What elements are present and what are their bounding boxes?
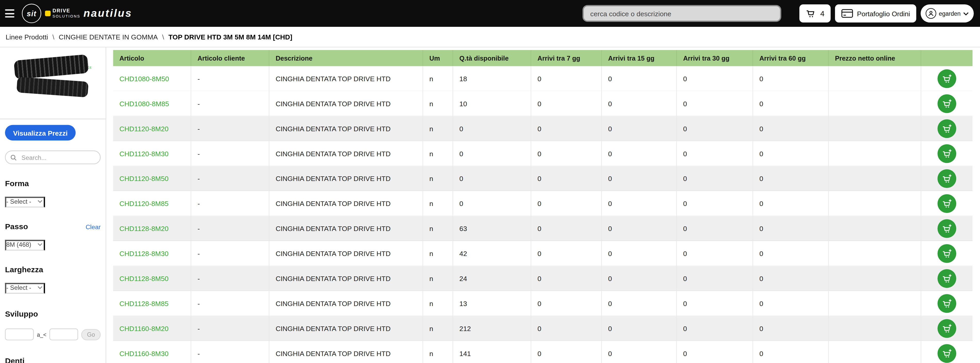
- article-code-link[interactable]: CHD1080-8M85: [113, 91, 191, 116]
- cell-articolo-cliente: -: [191, 91, 269, 116]
- article-code-link[interactable]: CHD1080-8M50: [113, 66, 191, 91]
- column-header: Arrivi tra 30 gg: [677, 50, 753, 66]
- article-code-link[interactable]: CHD1160-8M30: [113, 341, 191, 363]
- sviluppo-to-input[interactable]: [49, 328, 78, 340]
- cell-articolo-cliente: -: [191, 291, 269, 316]
- cell-prezzo-netto: [829, 341, 921, 363]
- cell-arrivi-30gg: 0: [677, 341, 753, 363]
- cell-prezzo-netto: [829, 91, 921, 116]
- article-code-link[interactable]: CHD1160-8M20: [113, 316, 191, 341]
- cell-qta-disponibile: 0: [453, 141, 531, 166]
- add-to-cart-button[interactable]: [937, 319, 956, 338]
- cell-arrivi-15gg: 0: [602, 66, 677, 91]
- article-code-link[interactable]: CHD1128-8M50: [113, 266, 191, 291]
- wallet-icon: [842, 9, 853, 18]
- cell-arrivi-15gg: 0: [602, 116, 677, 141]
- add-to-cart-button[interactable]: [937, 269, 956, 288]
- filter-section-larghezza: Larghezza: [5, 265, 101, 274]
- cell-articolo-cliente: -: [191, 141, 269, 166]
- cell-arrivi-30gg: 0: [677, 241, 753, 266]
- cell-prezzo-netto: [829, 191, 921, 216]
- filter-section-sviluppo: Sviluppo: [5, 310, 101, 319]
- sit-logo[interactable]: sit: [22, 4, 41, 23]
- add-to-cart-button[interactable]: [937, 219, 956, 238]
- sviluppo-from-input[interactable]: [5, 328, 33, 340]
- cell-descrizione: CINGHIA DENTATA TOP DRIVE HTD: [269, 191, 423, 216]
- article-code-link[interactable]: CHD1120-8M30: [113, 141, 191, 166]
- add-to-cart-button[interactable]: [937, 94, 956, 113]
- article-code-link[interactable]: CHD1120-8M50: [113, 166, 191, 191]
- cell-arrivi-15gg: 0: [602, 341, 677, 363]
- article-code-link[interactable]: CHD1120-8M20: [113, 116, 191, 141]
- view-prices-button[interactable]: Visualizza Prezzi: [5, 125, 76, 141]
- add-to-cart-button[interactable]: [937, 344, 956, 363]
- filter-section-forma: Forma: [5, 179, 101, 188]
- cell-arrivi-7gg: 0: [531, 316, 602, 341]
- add-to-cart-button[interactable]: [937, 294, 956, 313]
- cell-qta-disponibile: 141: [453, 341, 531, 363]
- cell-arrivi-30gg: 0: [677, 191, 753, 216]
- menu-icon[interactable]: [5, 9, 14, 17]
- add-to-cart-icon: [942, 98, 952, 109]
- article-code-link[interactable]: CHD1120-8M85: [113, 191, 191, 216]
- cart-icon: [806, 8, 816, 19]
- cell-descrizione: CINGHIA DENTATA TOP DRIVE HTD: [269, 116, 423, 141]
- table-row: CHD1120-8M20-CINGHIA DENTATA TOP DRIVE H…: [113, 116, 972, 141]
- add-to-cart-button[interactable]: [937, 144, 956, 163]
- article-code-link[interactable]: CHD1128-8M30: [113, 241, 191, 266]
- cell-arrivi-60gg: 0: [753, 141, 829, 166]
- larghezza-select-value: - Select -: [6, 284, 31, 291]
- add-to-cart-button[interactable]: [937, 194, 956, 213]
- cell-arrivi-60gg: 0: [753, 91, 829, 116]
- cart-button[interactable]: 4: [800, 5, 830, 22]
- table-row: CHD1120-8M50-CINGHIA DENTATA TOP DRIVE H…: [113, 166, 972, 191]
- cell-um: n: [423, 291, 453, 316]
- cell-arrivi-15gg: 0: [602, 266, 677, 291]
- user-icon: [926, 8, 936, 19]
- portfolio-orders-button[interactable]: Portafoglio Ordini: [835, 5, 916, 22]
- column-header: Arrivi tra 7 gg: [531, 50, 602, 66]
- add-to-cart-button[interactable]: [937, 169, 956, 188]
- solutions-label: SOLUTIONS: [52, 14, 80, 19]
- cell-descrizione: CINGHIA DENTATA TOP DRIVE HTD: [269, 341, 423, 363]
- add-to-cart-button[interactable]: [937, 244, 956, 263]
- search-input[interactable]: [583, 5, 781, 22]
- cell-prezzo-netto: [829, 291, 921, 316]
- sidebar-search-input[interactable]: [20, 154, 95, 162]
- breadcrumb-item[interactable]: Linee Prodotti: [6, 33, 48, 40]
- cell-arrivi-30gg: 0: [677, 166, 753, 191]
- table-row: CHD1080-8M85-CINGHIA DENTATA TOP DRIVE H…: [113, 91, 972, 116]
- account-button[interactable]: egarden: [921, 5, 974, 22]
- table-row: CHD1160-8M30-CINGHIA DENTATA TOP DRIVE H…: [113, 341, 972, 363]
- passo-select[interactable]: 8M (468): [5, 240, 45, 250]
- column-header-actions: [921, 50, 972, 66]
- clear-filter-link[interactable]: Clear: [86, 224, 101, 230]
- cell-um: n: [423, 266, 453, 291]
- forma-select[interactable]: - Select -: [5, 197, 45, 207]
- article-code-link[interactable]: CHD1128-8M85: [113, 291, 191, 316]
- cell-um: n: [423, 191, 453, 216]
- add-to-cart-button[interactable]: [937, 119, 956, 138]
- filter-section-denti: Denti: [5, 357, 101, 363]
- header-actions: 4 Portafoglio Ordini egarden: [800, 5, 974, 22]
- cell-arrivi-60gg: 0: [753, 66, 829, 91]
- larghezza-select[interactable]: - Select -: [5, 283, 45, 293]
- add-to-cart-icon: [942, 198, 952, 209]
- cell-articolo-cliente: -: [191, 266, 269, 291]
- sviluppo-go-button[interactable]: Go: [81, 329, 101, 340]
- chevron-down-icon: [37, 200, 42, 203]
- add-to-cart-icon: [942, 348, 952, 358]
- cell-arrivi-7gg: 0: [531, 241, 602, 266]
- range-separator: a_<: [37, 331, 46, 338]
- cell-um: n: [423, 166, 453, 191]
- product-image: ★★★ PERFORMANCE: [0, 56, 105, 119]
- add-to-cart-button[interactable]: [937, 69, 956, 88]
- cell-arrivi-7gg: 0: [531, 291, 602, 316]
- breadcrumb-item: TOP DRIVE HTD 3M 5M 8M 14M [CHD]: [169, 33, 292, 40]
- drive-solutions-logo: DRIVE SOLUTIONS: [45, 8, 80, 19]
- cell-arrivi-15gg: 0: [602, 316, 677, 341]
- content: ★★★ PERFORMANCE Visualizza Prezzi Forma …: [0, 48, 980, 363]
- cell-arrivi-30gg: 0: [677, 141, 753, 166]
- breadcrumb-item[interactable]: CINGHIE DENTATE IN GOMMA: [59, 33, 158, 40]
- article-code-link[interactable]: CHD1128-8M20: [113, 216, 191, 241]
